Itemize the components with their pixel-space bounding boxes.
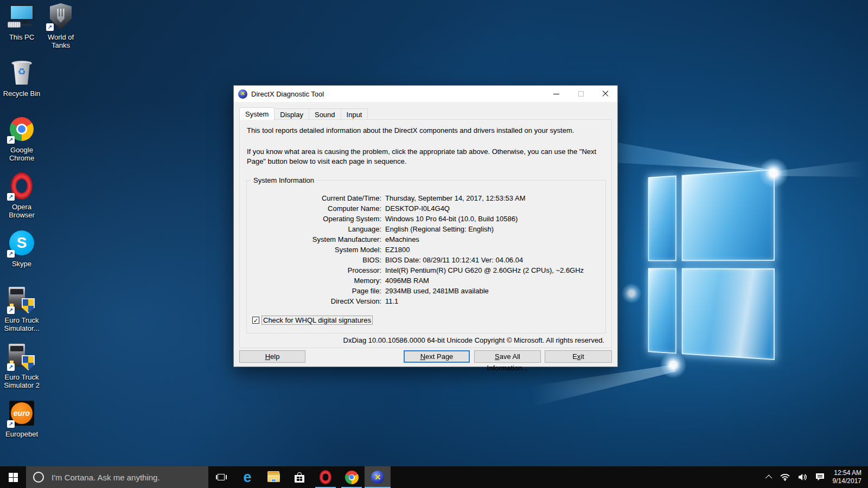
info-label: BIOS: bbox=[247, 255, 381, 265]
desktop-icon-label: This PC bbox=[0, 33, 43, 41]
minimize-button[interactable] bbox=[544, 86, 569, 102]
taskbar-chrome[interactable] bbox=[339, 466, 365, 488]
tab-display[interactable]: Display bbox=[274, 108, 309, 119]
shortcut-arrow-icon: ↗ bbox=[7, 420, 15, 428]
info-label: System Model: bbox=[247, 245, 381, 255]
whql-checkbox[interactable]: ✓ bbox=[252, 317, 259, 324]
desktop-icon-euro-truck-simulator-2[interactable]: ↗ Euro Truck Simulator 2 bbox=[0, 342, 43, 389]
tab-system[interactable]: System bbox=[239, 107, 275, 120]
recycle-glyph-icon: ♻ bbox=[8, 66, 36, 78]
exit-button[interactable]: Exit bbox=[545, 350, 612, 363]
directx-app-icon: ✕ bbox=[238, 89, 247, 99]
info-label: Computer Name: bbox=[247, 203, 381, 214]
info-label: Language: bbox=[247, 224, 381, 234]
edge-icon: e bbox=[243, 470, 251, 485]
system-info-row: Operating System:Windows 10 Pro 64-bit (… bbox=[247, 214, 602, 224]
group-title: System Information bbox=[251, 176, 316, 184]
whql-checkbox-label[interactable]: Check for WHQL digital signatures bbox=[262, 316, 372, 324]
file-explorer-icon bbox=[267, 473, 280, 482]
hero-pane bbox=[648, 176, 676, 261]
taskbar-store[interactable] bbox=[286, 466, 312, 488]
opera-icon: ↗ bbox=[8, 172, 36, 200]
world-of-tanks-icon: ↗ bbox=[47, 2, 75, 30]
search-placeholder: I'm Cortana. Ask me anything. bbox=[52, 473, 160, 482]
desktop-icon-label: World of Tanks bbox=[39, 33, 82, 49]
system-info-row: Page file:2934MB used, 2481MB available bbox=[247, 286, 602, 296]
clock-time: 12:54 AM bbox=[833, 469, 861, 477]
desktop-icon-europebet[interactable]: euro ↗ Europebet bbox=[0, 399, 43, 438]
volume-icon[interactable] bbox=[798, 473, 807, 481]
recycle-bin-icon: ♻ bbox=[8, 59, 36, 87]
shortcut-arrow-icon: ↗ bbox=[7, 363, 15, 371]
help-button[interactable]: Help bbox=[239, 350, 305, 363]
europebet-icon: euro ↗ bbox=[8, 399, 36, 427]
taskbar: I'm Cortana. Ask me anything. e bbox=[0, 466, 868, 488]
info-label: Operating System: bbox=[247, 214, 381, 224]
wallpaper-flare bbox=[660, 351, 687, 378]
tab-input[interactable]: Input bbox=[341, 108, 368, 119]
shortcut-arrow-icon: ↗ bbox=[46, 23, 54, 31]
task-view-button[interactable] bbox=[208, 466, 234, 488]
hero-pane bbox=[648, 268, 676, 354]
desktop-icon-label: Recycle Bin bbox=[0, 89, 43, 98]
next-page-button[interactable]: Next Page bbox=[404, 350, 470, 363]
show-hidden-icons-chevron[interactable] bbox=[765, 474, 772, 481]
cortana-search-box[interactable]: I'm Cortana. Ask me anything. bbox=[26, 466, 208, 488]
system-info-row: DirectX Version:11.1 bbox=[247, 296, 602, 306]
info-value: Intel(R) Pentium(R) CPU G620 @ 2.60GHz (… bbox=[385, 265, 584, 275]
taskbar-dxdiag[interactable]: ✕ bbox=[365, 466, 391, 488]
maximize-button bbox=[569, 86, 593, 102]
desktop-icon-recycle-bin[interactable]: ♻ Recycle Bin bbox=[0, 59, 43, 98]
cortana-icon bbox=[33, 472, 44, 483]
info-label: DirectX Version: bbox=[247, 296, 381, 306]
desktop-icon-label: Europebet bbox=[0, 430, 43, 438]
euro-truck-simulator-icon: ↗ bbox=[8, 285, 36, 313]
hero-pane bbox=[682, 169, 775, 261]
tab-sound[interactable]: Sound bbox=[309, 108, 341, 119]
shortcut-arrow-icon: ↗ bbox=[7, 250, 15, 258]
wallpaper-flare bbox=[621, 283, 642, 304]
system-info-rows: Current Date/Time:Thursday, September 14… bbox=[247, 193, 602, 306]
desktop-icon-google-chrome[interactable]: ↗ Google Chrome bbox=[0, 115, 43, 162]
info-value: EZ1800 bbox=[385, 245, 410, 255]
info-value: eMachines bbox=[385, 234, 419, 245]
system-info-row: System Manufacturer:eMachines bbox=[247, 234, 602, 245]
desktop-icon-euro-truck-simulator[interactable]: ↗ Euro Truck Simulator... bbox=[0, 285, 43, 332]
desktop: This PC ↗ World of Tanks ♻ Recycle Bin ↗… bbox=[0, 0, 868, 488]
system-info-row: Current Date/Time:Thursday, September 14… bbox=[247, 193, 602, 203]
desktop-icon-opera-browser[interactable]: ↗ Opera Browser bbox=[0, 172, 43, 219]
taskbar-file-explorer[interactable] bbox=[260, 466, 286, 488]
task-view-icon bbox=[216, 473, 227, 481]
desktop-icon-world-of-tanks[interactable]: ↗ World of Tanks bbox=[39, 2, 82, 49]
save-all-information-button[interactable]: Save All Information... bbox=[474, 350, 541, 363]
skype-icon: S ↗ bbox=[8, 229, 36, 257]
system-info-row: Computer Name:DESKTOP-I0L4G4Q bbox=[247, 203, 602, 214]
taskbar-edge[interactable]: e bbox=[234, 466, 260, 488]
close-button[interactable] bbox=[593, 86, 617, 102]
wallpaper-flare bbox=[758, 158, 789, 188]
intro-text-2: If you know what area is causing the pro… bbox=[247, 147, 606, 166]
desktop-icon-skype[interactable]: S ↗ Skype bbox=[0, 229, 43, 268]
dxdiag-window: ✕ DirectX Diagnostic Tool System Display… bbox=[233, 85, 618, 367]
taskbar-opera[interactable] bbox=[312, 466, 339, 488]
shortcut-arrow-icon: ↗ bbox=[7, 136, 15, 144]
clock-date: 9/14/2017 bbox=[833, 477, 861, 485]
hero-pane bbox=[682, 268, 775, 360]
taskbar-clock[interactable]: 12:54 AM 9/14/2017 bbox=[833, 469, 861, 485]
action-center-icon[interactable] bbox=[815, 473, 825, 481]
system-info-row: BIOS:BIOS Date: 08/29/11 10:12:41 Ver: 0… bbox=[247, 255, 602, 265]
shortcut-arrow-icon: ↗ bbox=[7, 306, 15, 314]
chrome-icon: ↗ bbox=[8, 115, 36, 143]
shortcut-arrow-icon: ↗ bbox=[7, 193, 15, 201]
start-button[interactable] bbox=[0, 466, 26, 488]
info-label: Memory: bbox=[247, 275, 381, 286]
desktop-icon-this-pc[interactable]: This PC bbox=[0, 2, 43, 41]
wifi-icon[interactable] bbox=[780, 473, 790, 481]
desktop-icon-label: Opera Browser bbox=[0, 203, 43, 219]
system-info-row: Language:English (Regional Setting: Engl… bbox=[247, 224, 602, 234]
info-label: Page file: bbox=[247, 286, 381, 296]
intro-text-1: This tool reports detailed information a… bbox=[247, 126, 604, 134]
system-info-row: System Model:EZ1800 bbox=[247, 245, 602, 255]
store-icon bbox=[294, 472, 305, 483]
window-titlebar[interactable]: ✕ DirectX Diagnostic Tool bbox=[234, 86, 617, 102]
